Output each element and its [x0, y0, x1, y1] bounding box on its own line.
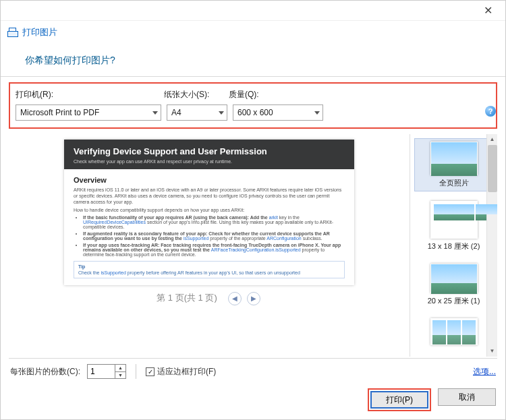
- printer-combobox[interactable]: Microsoft Print to PDF: [16, 104, 161, 121]
- layout-option-full-page[interactable]: 全页照片: [414, 138, 493, 191]
- preview-li-3: If your app uses face-tracking AR: Face …: [83, 243, 345, 257]
- footer-row: 每张图片的份数(C): ▲ ▼ ✓ 适应边框打印(F) 选项...: [1, 359, 505, 384]
- preview-doc-subtitle: Check whether your app can use ARKit and…: [74, 159, 345, 164]
- button-row: 打印(P) 取消: [1, 384, 505, 418]
- pager-prev-button[interactable]: ◀: [228, 292, 242, 305]
- layout-option-20x25[interactable]: 20 x 25 厘米 (1): [414, 261, 493, 309]
- chevron-down-icon: [219, 111, 224, 115]
- layout-thumb-partial: [430, 318, 478, 345]
- copies-down-icon[interactable]: ▼: [115, 372, 125, 379]
- paper-size-combobox[interactable]: A4: [167, 104, 227, 121]
- chevron-down-icon: [152, 111, 158, 115]
- pager-next-button[interactable]: ▶: [247, 292, 260, 305]
- help-icon[interactable]: ?: [485, 106, 496, 117]
- fit-frame-checkbox[interactable]: ✓ 适应边框打印(F): [136, 364, 216, 379]
- print-button-highlight: 打印(P): [368, 388, 431, 411]
- print-preview-area: Verifying Device Support and User Permis…: [9, 134, 410, 357]
- preview-overview-p2: How to handle device compatibility suppo…: [74, 207, 345, 213]
- printer-label: 打印机(R):: [16, 89, 164, 100]
- quality-value: 600 x 600: [237, 108, 273, 117]
- layout-option-partial[interactable]: [414, 316, 493, 351]
- checkbox-checked-icon: ✓: [146, 367, 154, 376]
- copies-input[interactable]: [88, 365, 115, 378]
- selection-highlight-box: 打印机(R): 纸张大小(S): 质量(Q): Microsoft Print …: [9, 82, 497, 129]
- scroll-thumb[interactable]: [488, 145, 497, 192]
- preview-li-2: If augmented reality is a secondary feat…: [83, 231, 345, 241]
- copies-label: 每张图片的份数(C):: [10, 366, 80, 378]
- copies-up-icon[interactable]: ▲: [115, 365, 125, 372]
- layout-caption-full: 全页照片: [416, 178, 491, 188]
- layout-thumb-20x25: [430, 264, 478, 293]
- header-prompt: 你希望如何打印图片?: [1, 44, 505, 77]
- preview-overview-p1: ARKit requires iOS 11.0 or later and an …: [74, 187, 345, 205]
- preview-page: Verifying Device Support and User Permis…: [64, 140, 354, 285]
- printer-value: Microsoft Print to PDF: [20, 108, 99, 117]
- window-title-row: 打印图片: [1, 21, 505, 44]
- printer-icon: [7, 28, 18, 37]
- fit-frame-label: 适应边框打印(F): [157, 366, 216, 378]
- preview-overview-heading: Overview: [74, 176, 345, 184]
- layout-picker: ▲ ▼ 全页照片 13 x 18 厘米 (2) 20 x 25 厘米 (1): [410, 134, 497, 357]
- scroll-up-icon[interactable]: ▲: [487, 134, 497, 145]
- quality-combobox[interactable]: 600 x 600: [233, 104, 323, 121]
- layout-caption-20x25: 20 x 25 厘米 (1): [416, 296, 492, 306]
- cancel-button[interactable]: 取消: [438, 388, 496, 406]
- preview-tip-box: Tip Check the isSupported property befor…: [74, 261, 345, 278]
- layout-thumb-13x18: [430, 201, 478, 239]
- window-title: 打印图片: [22, 26, 57, 38]
- chevron-down-icon: [314, 111, 320, 115]
- preview-doc-title: Verifying Device Support and User Permis…: [74, 146, 345, 156]
- quality-label: 质量(Q):: [229, 89, 323, 100]
- close-icon[interactable]: ✕: [474, 4, 501, 17]
- paper-size-value: A4: [171, 108, 181, 117]
- layout-option-13x18[interactable]: 13 x 18 厘米 (2): [414, 198, 493, 254]
- copies-spinner[interactable]: ▲ ▼: [87, 364, 126, 379]
- paper-size-label: 纸张大小(S):: [164, 89, 229, 100]
- layout-caption-13x18: 13 x 18 厘米 (2): [416, 241, 492, 251]
- window-titlebar: ✕: [1, 1, 505, 21]
- pager-text: 第 1 页(共 1 页): [157, 293, 217, 303]
- pager: 第 1 页(共 1 页) ◀ ▶: [9, 285, 410, 309]
- print-button[interactable]: 打印(P): [370, 391, 428, 409]
- options-link[interactable]: 选项...: [473, 366, 496, 378]
- preview-li-1: If the basic functionality of your app r…: [83, 215, 345, 229]
- layout-thumb-full: [430, 142, 478, 175]
